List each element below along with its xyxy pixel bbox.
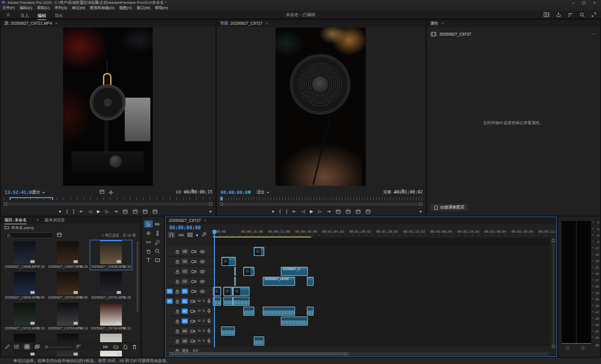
track-name-V2[interactable]: V2 bbox=[182, 279, 188, 284]
export-frame-button[interactable] bbox=[356, 209, 361, 214]
playhead[interactable] bbox=[214, 230, 215, 347]
track-visibility-icon[interactable] bbox=[200, 280, 205, 283]
menu-item-6[interactable]: 图形和标题(G) bbox=[90, 6, 115, 10]
timeline-clip[interactable] bbox=[234, 277, 236, 286]
add-marker-button[interactable]: ♦ bbox=[59, 209, 61, 214]
mute-button[interactable]: M bbox=[198, 309, 201, 312]
track-output-icon[interactable] bbox=[190, 339, 195, 343]
vscroll-handle-top[interactable] bbox=[552, 239, 555, 242]
tab-project[interactable]: 项目: 未命名 bbox=[4, 217, 27, 224]
timeline-clip[interactable]: 20250627_c9700 bbox=[263, 277, 295, 286]
timeline-tab[interactable]: 20250627_C9727≡ bbox=[166, 217, 556, 224]
solo-button[interactable]: S bbox=[203, 309, 205, 312]
project-item[interactable]: 20250627_C9697.MP416:15 bbox=[47, 240, 89, 270]
extract-button[interactable] bbox=[346, 209, 351, 214]
slip-tool[interactable] bbox=[144, 238, 153, 246]
project-item[interactable]: 20250627_C9699.MP419:00 bbox=[4, 271, 46, 300]
track-visibility-icon[interactable] bbox=[200, 270, 205, 273]
rectangle-tool[interactable] bbox=[153, 256, 162, 264]
panel-menu-icon[interactable]: ≡ bbox=[55, 21, 58, 26]
voiceover-record-icon[interactable] bbox=[207, 309, 211, 314]
menu-item-5[interactable]: 标记(M) bbox=[72, 6, 85, 10]
mute-button[interactable]: M bbox=[198, 299, 201, 302]
add-marker-button[interactable]: ♦ bbox=[272, 209, 274, 214]
track-output-icon[interactable] bbox=[191, 250, 196, 254]
workspace-tab-导出[interactable]: 导出 bbox=[55, 12, 63, 19]
program-monitor-tab[interactable]: 节目: 20250627_C9727≡ bbox=[217, 20, 425, 27]
go-to-out-button[interactable]: ⇥ bbox=[114, 209, 118, 214]
edit-pencil-icon[interactable] bbox=[5, 344, 10, 349]
meter-indicator-right[interactable] bbox=[581, 346, 584, 350]
track-name-A1[interactable]: A1 bbox=[182, 299, 188, 304]
home-icon[interactable]: ⌂ bbox=[7, 10, 10, 18]
scroll-handle-left[interactable] bbox=[220, 202, 223, 206]
track-name-A4[interactable]: A4 bbox=[182, 328, 188, 334]
panel-menu-icon[interactable]: ≡ bbox=[37, 218, 39, 222]
timeline-clip[interactable] bbox=[233, 287, 250, 296]
source-monitor-tab[interactable]: 源: 20250627_C9721.MP4≡ bbox=[1, 20, 215, 27]
program-monitor-scrollbar[interactable] bbox=[220, 202, 423, 206]
button-editor-plus[interactable]: + bbox=[209, 209, 212, 214]
track-name-A3[interactable]: A3 bbox=[182, 318, 188, 324]
solo-button[interactable]: S bbox=[203, 299, 205, 302]
menu-item-1[interactable]: 文件(F) bbox=[2, 6, 15, 10]
bin-name[interactable]: 未命名.prproj bbox=[11, 226, 34, 230]
add-marker-button[interactable]: ♦ bbox=[196, 232, 198, 238]
voiceover-record-icon[interactable] bbox=[207, 318, 211, 324]
sort-icon[interactable] bbox=[76, 345, 81, 349]
mark-in-button[interactable]: { bbox=[279, 209, 281, 214]
quick-export-icon[interactable] bbox=[556, 12, 561, 17]
go-to-out-button[interactable]: ⇥ bbox=[327, 209, 331, 214]
source-monitor-zoom-select[interactable]: 适合 bbox=[32, 190, 45, 195]
project-item[interactable]: 20250627_C9702.MP425:13 bbox=[4, 302, 46, 331]
vscroll-track[interactable] bbox=[553, 243, 554, 344]
timeline-clip[interactable] bbox=[254, 337, 264, 346]
playhead-grip[interactable] bbox=[213, 230, 216, 234]
lift-button[interactable] bbox=[336, 209, 341, 214]
new-bin-icon[interactable] bbox=[113, 344, 119, 350]
project-scrollbar[interactable] bbox=[137, 241, 139, 312]
create-adjustment-layer-button[interactable]: 创建调整图层 bbox=[431, 204, 468, 211]
program-monitor-mini-ruler[interactable] bbox=[220, 197, 423, 200]
track-lane-V5[interactable] bbox=[213, 247, 550, 256]
timeline-vscrollbar[interactable] bbox=[552, 239, 555, 348]
type-tool[interactable] bbox=[144, 256, 153, 264]
project-item[interactable]: 20250627_C9700.MP420:00 bbox=[47, 271, 89, 300]
source-patch-A1[interactable]: A1 bbox=[166, 299, 173, 304]
snap-toggle-icon[interactable] bbox=[168, 232, 175, 238]
timeline-clip[interactable] bbox=[243, 307, 254, 316]
compare-view-button[interactable] bbox=[366, 209, 370, 214]
track-lane-V1[interactable] bbox=[213, 287, 550, 296]
track-output-icon[interactable] bbox=[191, 270, 196, 273]
mute-button[interactable]: M bbox=[198, 319, 201, 322]
ripple-edit-tool[interactable] bbox=[144, 229, 153, 237]
selection-tool[interactable] bbox=[144, 220, 153, 228]
properties-tab[interactable]: 属性≡ bbox=[427, 20, 600, 27]
mute-button[interactable]: M bbox=[198, 329, 201, 332]
timeline-clip[interactable] bbox=[281, 317, 308, 326]
export-frame-button[interactable] bbox=[143, 209, 148, 214]
automate-to-sequence-icon[interactable] bbox=[103, 344, 109, 350]
track-name-A2[interactable]: A2 bbox=[182, 309, 188, 314]
output-settings-icon[interactable] bbox=[100, 190, 104, 194]
track-lane-V2[interactable]: 20250627_c9700 bbox=[213, 277, 550, 286]
go-to-in-button[interactable]: ⇤ bbox=[80, 209, 83, 214]
play-button[interactable]: ▶ bbox=[310, 209, 313, 214]
timeline-clip[interactable] bbox=[223, 287, 233, 296]
project-item[interactable]: 20250627_C9696.MP47:15 bbox=[4, 240, 46, 270]
voiceover-record-icon[interactable] bbox=[207, 299, 211, 304]
filter-bin-icon[interactable] bbox=[57, 233, 62, 237]
step-forward-button[interactable]: ▷ bbox=[105, 209, 109, 214]
track-visibility-icon[interactable] bbox=[200, 260, 205, 264]
panel-menu-icon[interactable]: ≡ bbox=[266, 21, 268, 26]
slider-handle[interactable] bbox=[45, 346, 48, 348]
workspace-tab-编辑[interactable]: 编辑 bbox=[37, 12, 46, 20]
track-lane-A1[interactable] bbox=[213, 297, 550, 306]
timeline-clip[interactable] bbox=[243, 267, 254, 276]
track-lane-A5[interactable] bbox=[213, 337, 550, 346]
track-lock-icon[interactable] bbox=[175, 259, 180, 264]
track-visibility-icon[interactable] bbox=[200, 250, 205, 254]
fullscreen-icon[interactable] bbox=[592, 12, 596, 17]
timeline-clip[interactable] bbox=[307, 277, 314, 286]
voiceover-record-icon[interactable] bbox=[207, 338, 211, 344]
